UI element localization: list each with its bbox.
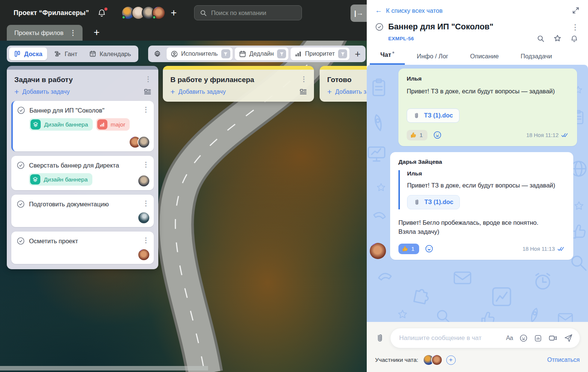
notifications-bell-icon[interactable] [97,8,106,17]
add-reaction-smiley-icon[interactable] [433,131,442,139]
avatar[interactable] [138,175,150,187]
poll-icon[interactable] [534,334,542,342]
card-menu-icon[interactable]: ⋮ [142,200,149,207]
back-to-chats-link[interactable]: ←К списку всех чатов [375,6,572,15]
column-layout-icon[interactable] [144,88,152,96]
tag-design[interactable]: Дизайн баннера [29,118,93,131]
card-assignees[interactable] [138,212,150,224]
collapse-panel-button[interactable]: |→ [351,5,367,22]
view-calendar-button[interactable]: 31 Календарь [84,47,136,60]
back-arrow-icon: ← [375,6,382,15]
add-participant-button[interactable]: + [446,355,456,365]
avatar[interactable] [138,249,150,261]
chat-message[interactable]: Илья Привет! ТЗ в доке, если будут вопро… [398,69,577,146]
task-menu-icon[interactable]: ⋮ [571,23,579,31]
quoted-message[interactable]: Илья Привет! ТЗ в доке, если будут вопро… [398,170,565,209]
plus-icon: + [14,88,19,96]
card-menu-icon[interactable]: ⋮ [142,106,149,113]
plus-icon: + [327,88,332,96]
team-avatars[interactable] [121,6,165,20]
card-assignees[interactable] [129,136,150,148]
workspace-tab[interactable]: Проекты фрилов ⋮ [7,25,83,41]
card-menu-icon[interactable]: ⋮ [142,161,149,168]
layers-icon [30,174,40,184]
add-task-label: Добавить задачу [22,88,70,95]
company-search-input[interactable]: Поиск по компании [194,5,302,20]
search-in-chat-icon[interactable] [537,35,545,43]
emoji-picker-icon[interactable] [519,334,528,342]
column-menu-icon[interactable]: ⋮ [145,76,152,82]
task-id[interactable]: EXMPL-56 [388,36,537,41]
filter-deadline[interactable]: Дедлайн [235,47,289,60]
filter-funnel-icon[interactable] [221,49,230,58]
card-assignees[interactable] [138,175,150,187]
filter-priority[interactable]: Приоритет [291,47,349,60]
paperclip-icon [413,199,420,206]
filter-assignee[interactable]: Исполнитель [167,47,233,60]
add-reaction-smiley-icon[interactable] [425,244,433,253]
task-check-icon[interactable] [17,106,25,114]
column-layout-icon[interactable] [299,88,307,96]
add-task-button[interactable]: +Добавить задачу [14,88,144,96]
filter-funnel-icon[interactable] [338,49,347,58]
tab-subtasks[interactable]: Подзадачи [516,49,556,65]
message-text: Привет! Бегло пробежалась, вроде все пон… [398,218,557,236]
chat-participants[interactable] [423,354,443,366]
view-gantt-label: Гант [64,50,77,58]
back-link-label: К списку всех чатов [386,7,443,14]
tag-design[interactable]: Дизайн баннера [29,173,92,186]
text-format-icon[interactable]: Aa [506,335,513,342]
send-message-icon[interactable] [564,334,573,343]
message-input[interactable] [399,334,506,342]
search-icon [200,9,207,17]
add-task-button[interactable]: +Добавить задачу [170,88,299,96]
add-filter-button[interactable]: + [352,49,363,59]
settings-gear-icon[interactable] [153,50,161,58]
task-card[interactable]: Сверстать баннер для Директа ⋮ Дизайн ба… [11,156,154,190]
tab-menu-icon[interactable]: ⋮ [70,29,77,36]
task-card[interactable]: Подготовить документацию ⋮ [11,195,154,227]
task-check-icon[interactable] [17,237,25,245]
message-composer[interactable]: Aa [390,328,580,348]
message-author-avatar[interactable] [370,243,386,259]
view-calendar-label: Календарь [100,50,131,58]
tab-info-log[interactable]: Инфо / Лог [412,49,453,65]
column-menu-icon[interactable]: ⋮ [300,76,307,82]
chat-message[interactable]: Дарья Зайцева Илья Привет! ТЗ в доке, ес… [390,152,573,260]
tab-description[interactable]: Описание [466,49,503,65]
reaction-chip[interactable]: 1 [398,244,419,254]
view-board-button[interactable]: Доска [9,47,47,60]
card-menu-icon[interactable]: ⋮ [142,237,149,244]
attach-file-icon[interactable] [375,333,385,343]
avatar[interactable] [152,6,165,20]
timestamp: 18 Ноя 11:13 [522,246,555,252]
expand-panel-icon[interactable] [572,6,580,14]
tab-label: Описание [470,53,499,59]
task-check-icon[interactable] [17,200,25,208]
view-board-label: Доска [24,50,42,58]
video-call-icon[interactable] [548,334,557,343]
add-tab-button[interactable]: + [94,27,100,38]
avatar[interactable] [138,136,150,148]
filter-funnel-icon[interactable] [277,49,286,58]
tag-priority-major[interactable]: major [96,118,130,131]
task-check-icon[interactable] [375,23,384,31]
attachment-chip[interactable]: ТЗ (1).doc [407,195,460,209]
view-gantt-button[interactable]: Гант [49,47,82,60]
reaction-chip[interactable]: 1 [407,130,427,140]
avatar[interactable] [431,354,443,366]
task-card[interactable]: Баннер для ИП "Соколов" ⋮ Дизайн баннера… [11,101,154,151]
task-check-icon[interactable] [17,161,25,169]
add-member-button[interactable]: + [171,8,177,18]
board-toolbar: Доска Гант 31 Календарь Исполнитель Дедл… [7,46,366,62]
horizontal-scrollbar[interactable] [0,366,208,370]
attachment-chip[interactable]: ТЗ (1).doc [407,108,459,123]
favorite-star-icon[interactable] [553,34,562,43]
task-card[interactable]: Осметить проект ⋮ [11,232,154,264]
card-assignees[interactable] [138,249,150,261]
mute-bell-icon[interactable] [570,35,578,43]
tab-chat[interactable]: Чат [370,47,405,65]
avatar[interactable] [138,212,150,224]
unsubscribe-link[interactable]: Отписаться [547,357,580,363]
chat-footer: Aa Участники чата: + Отписаться [367,322,588,372]
